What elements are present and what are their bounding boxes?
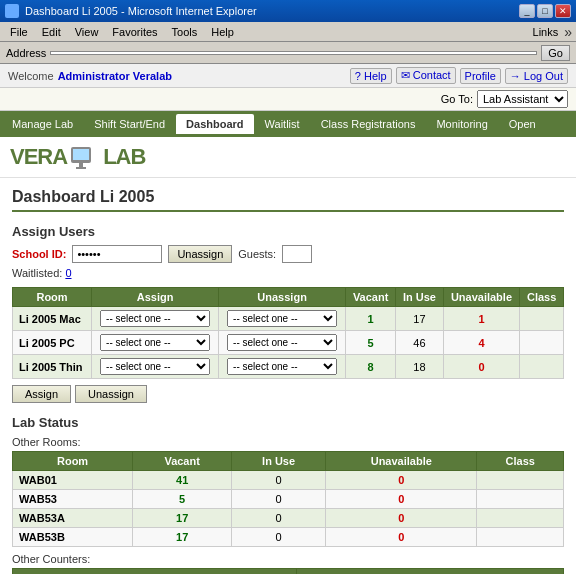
assign-users-table: Room Assign Unassign Vacant In Use Unava… — [12, 287, 564, 379]
ls-col-class: Class — [477, 452, 564, 471]
go-button[interactable]: Go — [541, 45, 570, 61]
vacant-val: 8 — [346, 355, 396, 379]
ls-inuse: 0 — [232, 490, 326, 509]
unassign-top-button[interactable]: Unassign — [168, 245, 232, 263]
ct-col-waitlist: Waitlist — [297, 569, 564, 575]
col-unassign: Unassign — [219, 288, 346, 307]
guests-label: Guests: — [238, 248, 276, 260]
assign-select-0[interactable]: -- select one -- — [100, 310, 210, 327]
menu-view[interactable]: View — [69, 25, 105, 39]
menu-help[interactable]: Help — [205, 25, 240, 39]
ct-col-counter: Counter — [13, 569, 297, 575]
help-link[interactable]: ? Help — [350, 68, 392, 84]
school-id-input[interactable] — [72, 245, 162, 263]
titlebar-buttons: _ □ ✕ — [519, 4, 571, 18]
col-class: Class — [520, 288, 564, 307]
welcome-prefix: Welcome — [8, 70, 54, 82]
assign-select-2[interactable]: -- select one -- — [100, 358, 210, 375]
other-rooms-label: Other Rooms: — [12, 436, 564, 448]
main-content: Dashboard Li 2005 Assign Users School ID… — [0, 178, 576, 574]
close-button[interactable]: ✕ — [555, 4, 571, 18]
minimize-button[interactable]: _ — [519, 4, 535, 18]
col-vacant: Vacant — [346, 288, 396, 307]
assign-users-title: Assign Users — [12, 224, 564, 239]
menu-file[interactable]: File — [4, 25, 34, 39]
table-row: Li 2005 Thin -- select one -- -- select … — [13, 355, 564, 379]
col-room: Room — [13, 288, 92, 307]
class-val — [520, 331, 564, 355]
inuse-val: 17 — [396, 307, 444, 331]
assign-select-cell: -- select one -- — [92, 355, 219, 379]
col-inuse: In Use — [396, 288, 444, 307]
room-name: Li 2005 Mac — [13, 307, 92, 331]
contact-link[interactable]: ✉ Contact — [396, 67, 456, 84]
ls-class — [477, 528, 564, 547]
nav-waitlist[interactable]: Waitlist — [255, 114, 310, 134]
assign-select-1[interactable]: -- select one -- — [100, 334, 210, 351]
assign-select-cell: -- select one -- — [92, 307, 219, 331]
svg-rect-1 — [73, 149, 89, 160]
maximize-button[interactable]: □ — [537, 4, 553, 18]
assign-users-section: Assign Users School ID: Unassign Guests:… — [12, 224, 564, 403]
waitlisted-row: Waitlisted: 0 — [12, 267, 564, 279]
goto-label: Go To: — [441, 93, 473, 105]
guests-input[interactable] — [282, 245, 312, 263]
nav-monitoring[interactable]: Monitoring — [426, 114, 497, 134]
nav-shift[interactable]: Shift Start/End — [84, 114, 175, 134]
ls-col-inuse: In Use — [232, 452, 326, 471]
assign-select-cell: -- select one -- — [92, 331, 219, 355]
logo: VERA LAB — [10, 143, 145, 171]
ls-class — [477, 509, 564, 528]
room-name: Li 2005 PC — [13, 331, 92, 355]
profile-link[interactable]: Profile — [460, 68, 501, 84]
table-row: Li 2005 PC -- select one -- -- select on… — [13, 331, 564, 355]
ls-vacant: 17 — [133, 528, 232, 547]
waitlisted-link[interactable]: 0 — [65, 267, 71, 279]
ls-room: WAB53A — [13, 509, 133, 528]
unassign-select-cell: -- select one -- — [219, 307, 346, 331]
school-id-label: School ID: — [12, 248, 66, 260]
unassign-select-2[interactable]: -- select one -- — [227, 358, 337, 375]
table-row: Li 2005 Mac -- select one -- -- select o… — [13, 307, 564, 331]
menu-edit[interactable]: Edit — [36, 25, 67, 39]
welcome-area: Welcome Administrator Veralab — [8, 70, 172, 82]
ls-unavail: 0 — [326, 528, 477, 547]
table-row: WAB53 5 0 0 — [13, 490, 564, 509]
action-buttons: Assign Unassign — [12, 385, 564, 403]
goto-select[interactable]: Lab Assistant Dashboard Monitoring — [477, 90, 568, 108]
nav-dashboard[interactable]: Dashboard — [176, 114, 253, 134]
unassign-select-cell: -- select one -- — [219, 331, 346, 355]
lab-status-title: Lab Status — [12, 415, 564, 430]
nav-open[interactable]: Open — [499, 114, 546, 134]
ls-room: WAB53B — [13, 528, 133, 547]
school-id-row: School ID: Unassign Guests: — [12, 245, 564, 263]
ls-inuse: 0 — [232, 509, 326, 528]
ls-unavail: 0 — [326, 471, 477, 490]
ls-unavail: 0 — [326, 490, 477, 509]
nav-class-reg[interactable]: Class Registrations — [311, 114, 426, 134]
unassign-bottom-button[interactable]: Unassign — [75, 385, 147, 403]
table-row: WAB53A 17 0 0 — [13, 509, 564, 528]
ls-vacant: 5 — [133, 490, 232, 509]
address-bar[interactable] — [50, 51, 537, 55]
ls-class — [477, 490, 564, 509]
ls-unavail: 0 — [326, 509, 477, 528]
inuse-val: 18 — [396, 355, 444, 379]
menu-tools[interactable]: Tools — [166, 25, 204, 39]
logout-link[interactable]: → Log Out — [505, 68, 568, 84]
assign-button[interactable]: Assign — [12, 385, 71, 403]
lab-status-table: Room Vacant In Use Unavailable Class WAB… — [12, 451, 564, 547]
svg-rect-3 — [76, 167, 86, 169]
ls-vacant: 17 — [133, 509, 232, 528]
table-row: WAB53B 17 0 0 — [13, 528, 564, 547]
lab-status-section: Lab Status Other Rooms: Room Vacant In U… — [12, 415, 564, 574]
nav-manage-lab[interactable]: Manage Lab — [2, 114, 83, 134]
unassign-select-0[interactable]: -- select one -- — [227, 310, 337, 327]
menu-favorites[interactable]: Favorites — [106, 25, 163, 39]
page-title: Dashboard Li 2005 — [12, 188, 564, 212]
ls-class — [477, 471, 564, 490]
titlebar: Dashboard Li 2005 - Microsoft Internet E… — [0, 0, 576, 22]
links-label: Links — [533, 26, 559, 38]
unassign-select-1[interactable]: -- select one -- — [227, 334, 337, 351]
admin-name: Administrator Veralab — [58, 70, 172, 82]
